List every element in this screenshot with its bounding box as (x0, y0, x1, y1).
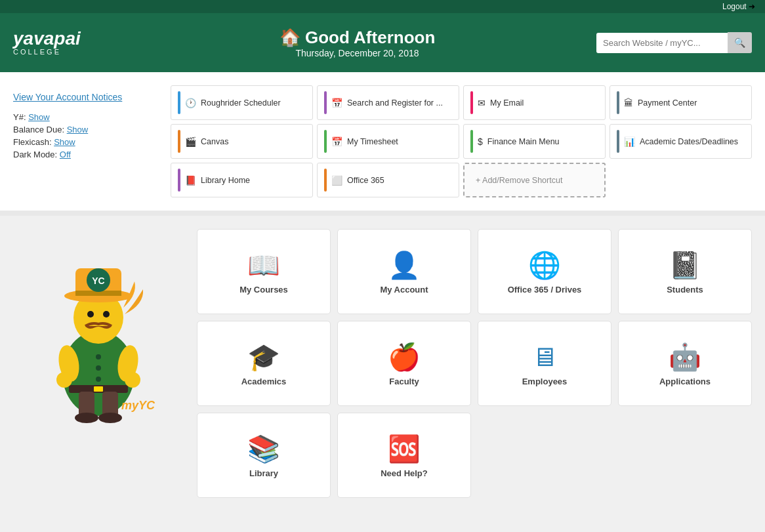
menu-card-academics[interactable]: 🎓Academics (197, 321, 331, 406)
shortcut-icon: 📕 (185, 175, 196, 186)
shortcut-dot (470, 91, 473, 114)
menu-card-employees[interactable]: 🖥Employees (478, 321, 611, 406)
shortcut-item[interactable]: 📕Library Home (171, 163, 313, 197)
svg-point-9 (96, 354, 101, 359)
logout-icon: ➜ (749, 2, 755, 11)
svg-point-7 (87, 311, 94, 317)
card-label-employees: Employees (522, 377, 568, 386)
mascot-svg: YC (26, 242, 171, 432)
greeting-date: Thursday, December 20, 2018 (118, 48, 596, 58)
shortcut-label: Payment Center (638, 98, 697, 108)
card-label-my-account: My Account (380, 285, 428, 295)
card-label-academics: Academics (241, 377, 287, 386)
menu-card-faculty[interactable]: 🍎Faculty (337, 321, 471, 406)
card-icon-my-account: 👤 (388, 252, 421, 278)
svg-text:myYC: myYC (121, 399, 155, 412)
home-icon: 🏠 (279, 28, 305, 47)
shortcut-icon: 📅 (331, 98, 342, 108)
shortcut-item[interactable]: ✉My Email (463, 85, 606, 120)
shortcut-icon: 🏛 (624, 98, 633, 108)
greeting-title: 🏠 Good Afternoon (118, 28, 596, 48)
section-divider (0, 211, 765, 216)
svg-point-17 (98, 413, 122, 423)
card-icon-library: 📚 (247, 436, 280, 462)
shortcut-icon: 🎬 (185, 136, 196, 147)
menu-card-office365[interactable]: 🌐Office 365 / Drives (478, 229, 611, 314)
account-notices-link[interactable]: View Your Account Notices (13, 92, 122, 102)
card-icon-my-courses: 📖 (247, 252, 280, 278)
left-sidebar: View Your Account Notices Y#: Show Balan… (13, 85, 157, 197)
shortcut-dot (617, 130, 619, 153)
card-icon-applications: 🤖 (669, 344, 701, 370)
shortcut-item[interactable]: 📊Academic Dates/Deadlines (610, 124, 752, 159)
shortcut-label: My Email (490, 98, 524, 108)
search-input[interactable] (596, 33, 728, 53)
flexi-show-link[interactable]: Show (54, 137, 75, 147)
card-icon-academics: 🎓 (247, 344, 280, 370)
shortcut-grid: 🕐Roughrider Scheduler📅Search and Registe… (171, 85, 752, 197)
menu-card-students[interactable]: 📓Students (618, 229, 752, 314)
dark-mode-row: Dark Mode: Off (13, 150, 157, 159)
mascot-area: YC (13, 229, 184, 498)
menu-card-library[interactable]: 📚Library (197, 413, 331, 498)
shortcut-item[interactable]: 📅Search and Register for ... (317, 85, 459, 120)
balance-show-link[interactable]: Show (67, 125, 89, 134)
menu-card-my-courses[interactable]: 📖My Courses (197, 229, 331, 314)
shortcut-dot (178, 130, 180, 153)
yn-row: Y#: Show (13, 112, 157, 122)
card-label-library: Library (249, 468, 278, 478)
svg-rect-13 (94, 386, 103, 392)
menu-cards: 📖My Courses👤My Account🌐Office 365 / Driv… (197, 229, 752, 498)
top-bar: yavapai COLLEGE 🏠 Good Afternoon Thursda… (0, 13, 765, 72)
svg-text:YC: YC (92, 276, 104, 286)
svg-point-16 (75, 413, 98, 423)
balance-row: Balance Due: Show (13, 125, 157, 134)
shortcut-icon: 📅 (331, 136, 342, 147)
logo-name: yavapai (13, 30, 118, 48)
logo-sub: COLLEGE (13, 48, 118, 56)
flexi-row: Flexicash: Show (13, 137, 157, 147)
card-icon-employees: 🖥 (531, 344, 558, 370)
card-label-my-courses: My Courses (239, 285, 288, 295)
shortcut-label: Library Home (201, 176, 250, 185)
account-notices: View Your Account Notices (13, 92, 157, 102)
shortcut-item[interactable]: $Finance Main Menu (463, 124, 606, 159)
menu-card-my-account[interactable]: 👤My Account (337, 229, 471, 314)
mascot-container: YC (26, 242, 171, 426)
content-wrapper: YC (0, 216, 765, 511)
svg-point-10 (96, 365, 101, 371)
dark-mode-link[interactable]: Off (60, 150, 71, 159)
cards-grid: 📖My Courses👤My Account🌐Office 365 / Driv… (197, 229, 752, 498)
logout-bar: Logout ➜ (0, 0, 765, 13)
menu-card-applications[interactable]: 🤖Applications (618, 321, 752, 406)
search-button[interactable]: 🔍 (728, 32, 752, 53)
shortcut-label: Search and Register for ... (347, 98, 443, 108)
shortcut-item[interactable]: 📅My Timesheet (317, 124, 459, 159)
shortcut-item[interactable]: + Add/Remove Shortcut (463, 163, 606, 197)
shortcut-icon: ⬜ (331, 175, 342, 186)
logout-link[interactable]: Logout (722, 2, 747, 11)
svg-point-8 (103, 311, 110, 317)
shortcut-label: Finance Main Menu (487, 137, 560, 146)
menu-card-need-help[interactable]: 🆘Need Help? (337, 413, 471, 498)
shortcut-label: + Add/Remove Shortcut (476, 176, 562, 185)
shortcut-dot (178, 91, 180, 114)
greeting-area: 🏠 Good Afternoon Thursday, December 20, … (118, 28, 596, 58)
shortcut-icon: $ (478, 136, 483, 147)
svg-point-11 (96, 377, 101, 382)
account-info: Y#: Show Balance Due: Show Flexicash: Sh… (13, 112, 157, 159)
shortcut-label: Roughrider Scheduler (201, 98, 281, 108)
shortcut-dot (470, 130, 473, 153)
card-label-need-help: Need Help? (381, 468, 428, 478)
shortcuts-section: View Your Account Notices Y#: Show Balan… (0, 72, 765, 211)
shortcut-item[interactable]: 🎬Canvas (171, 124, 313, 159)
shortcut-item[interactable]: 🏛Payment Center (610, 85, 752, 120)
shortcut-icon: 🕐 (185, 98, 196, 108)
shortcut-icon: ✉ (478, 98, 486, 108)
svg-point-21 (125, 372, 140, 388)
shortcut-item[interactable]: ⬜Office 365 (317, 163, 459, 197)
card-icon-office365: 🌐 (528, 252, 561, 278)
shortcut-item[interactable]: 🕐Roughrider Scheduler (171, 85, 313, 120)
shortcut-label: My Timesheet (347, 137, 398, 146)
yn-show-link[interactable]: Show (28, 112, 50, 122)
